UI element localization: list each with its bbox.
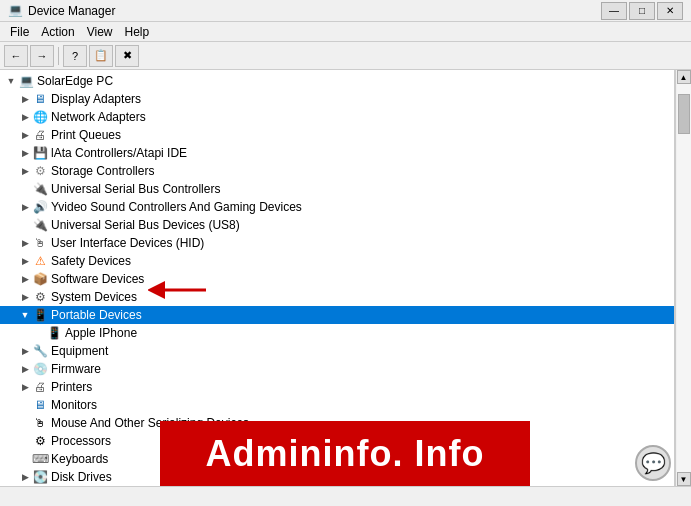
list-item[interactable]: ▶ ⚙ Storage Controllers <box>0 162 674 180</box>
computer-icon: 💻 <box>18 73 34 89</box>
status-bar <box>0 486 691 506</box>
network-icon: 🌐 <box>32 109 48 125</box>
scroll-thumb[interactable] <box>678 94 690 134</box>
list-item[interactable]: ▶ 🌐 Network Adapters <box>0 108 674 126</box>
vertical-scrollbar[interactable]: ▲ ▼ <box>675 70 691 486</box>
close-button[interactable]: ✕ <box>657 2 683 20</box>
printer-icon: 🖨 <box>32 127 48 143</box>
item-label: Processors <box>51 434 111 448</box>
expand-icon[interactable]: ▶ <box>18 200 32 214</box>
properties-button[interactable]: 📋 <box>89 45 113 67</box>
phone-icon: 📱 <box>46 325 62 341</box>
scroll-down-button[interactable]: ▼ <box>677 472 691 486</box>
scroll-up-button[interactable]: ▲ <box>677 70 691 84</box>
menu-view[interactable]: View <box>81 23 119 41</box>
list-item[interactable]: ▶ 🔊 Yvideo Sound Controllers And Gaming … <box>0 198 674 216</box>
remove-button[interactable]: ✖ <box>115 45 139 67</box>
portable-label: Portable Devices <box>51 308 142 322</box>
list-item[interactable]: ▶ 🔌 Universal Serial Bus Devices (US8) <box>0 216 674 234</box>
menu-help[interactable]: Help <box>119 23 156 41</box>
list-item[interactable]: ▶ 📦 Software Devices <box>0 270 674 288</box>
item-label: Software Devices <box>51 272 144 286</box>
item-label: Firmware <box>51 362 101 376</box>
sound-icon: 🔊 <box>32 199 48 215</box>
item-label: Print Queues <box>51 128 121 142</box>
item-label: Universal Serial Bus Devices (US8) <box>51 218 240 232</box>
item-label: Universal Serial Bus Controllers <box>51 182 220 196</box>
software-icon: 📦 <box>32 271 48 287</box>
item-label: Yvideo Sound Controllers And Gaming Devi… <box>51 200 302 214</box>
back-button[interactable]: ← <box>4 45 28 67</box>
portable-icon: 📱 <box>32 307 48 323</box>
item-label: Storage Controllers <box>51 164 154 178</box>
usb-icon: 🔌 <box>32 181 48 197</box>
root-expand[interactable]: ▼ <box>4 74 18 88</box>
expand-icon[interactable]: ▶ <box>18 470 32 484</box>
list-item[interactable]: ▶ 🔌 Universal Serial Bus Controllers <box>0 180 674 198</box>
item-label: Monitors <box>51 398 97 412</box>
window-controls: — □ ✕ <box>601 2 683 20</box>
keyboard-icon: ⌨ <box>32 451 48 467</box>
item-label: User Interface Devices (HID) <box>51 236 204 250</box>
list-item[interactable]: ▶ 🖥 Display Adapters <box>0 90 674 108</box>
item-label: Printers <box>51 380 92 394</box>
watermark-text: Admininfo. Info <box>206 433 485 475</box>
watermark-banner: Admininfo. Info <box>160 421 530 486</box>
item-label: Safety Devices <box>51 254 131 268</box>
expand-icon[interactable]: ▶ <box>18 236 32 250</box>
disk-icon: 💽 <box>32 469 48 485</box>
help-chat-button[interactable]: 💬 <box>635 445 671 481</box>
expand-icon[interactable]: ▶ <box>18 92 32 106</box>
root-label: SolarEdge PC <box>37 74 113 88</box>
item-label: System Devices <box>51 290 137 304</box>
safety-icon: ⚠ <box>32 253 48 269</box>
expand-icon[interactable]: ▶ <box>18 128 32 142</box>
equipment-icon: 🔧 <box>32 343 48 359</box>
expand-icon[interactable]: ▶ <box>18 146 32 160</box>
storage-icon: ⚙ <box>32 163 48 179</box>
item-label: Keyboards <box>51 452 108 466</box>
list-item[interactable]: ▶ ⚠ Safety Devices <box>0 252 674 270</box>
expand-icon[interactable]: ▶ <box>18 254 32 268</box>
expand-icon[interactable]: ▶ <box>18 290 32 304</box>
system-icon: ⚙ <box>32 289 48 305</box>
expand-icon[interactable]: ▶ <box>18 164 32 178</box>
list-item[interactable]: ▶ 🔧 Equipment <box>0 342 674 360</box>
usb-dev-icon: 🔌 <box>32 217 48 233</box>
item-label: Disk Drives <box>51 470 112 484</box>
firmware-icon: 💿 <box>32 361 48 377</box>
toolbar-separator <box>58 47 59 65</box>
expand-icon[interactable]: ▶ <box>18 344 32 358</box>
forward-button[interactable]: → <box>30 45 54 67</box>
title-bar: 💻 Device Manager — □ ✕ <box>0 0 691 22</box>
list-item[interactable]: ▶ 🖨 Print Queues <box>0 126 674 144</box>
list-item[interactable]: ▶ ⚙ System Devices <box>0 288 674 306</box>
item-label: Network Adapters <box>51 110 146 124</box>
list-item[interactable]: ▶ 📱 Apple IPhone <box>0 324 674 342</box>
printers-icon: 🖨 <box>32 379 48 395</box>
window-title: Device Manager <box>28 4 601 18</box>
tree-root[interactable]: ▼ 💻 SolarEdge PC <box>0 72 674 90</box>
portable-devices-item[interactable]: ▼ 📱 Portable Devices <box>0 306 674 324</box>
menu-action[interactable]: Action <box>35 23 80 41</box>
expand-icon[interactable]: ▼ <box>18 308 32 322</box>
menu-file[interactable]: File <box>4 23 35 41</box>
help-button[interactable]: ? <box>63 45 87 67</box>
list-item[interactable]: ▶ 🖱 User Interface Devices (HID) <box>0 234 674 252</box>
item-label: Apple IPhone <box>65 326 137 340</box>
expand-icon[interactable]: ▶ <box>18 362 32 376</box>
minimize-button[interactable]: — <box>601 2 627 20</box>
list-item[interactable]: ▶ 🖥 Monitors <box>0 396 674 414</box>
hid-icon: 🖱 <box>32 235 48 251</box>
scroll-track[interactable] <box>677 84 691 472</box>
menu-bar: File Action View Help <box>0 22 691 42</box>
toolbar: ← → ? 📋 ✖ <box>0 42 691 70</box>
list-item[interactable]: ▶ 🖨 Printers <box>0 378 674 396</box>
expand-icon[interactable]: ▶ <box>18 272 32 286</box>
maximize-button[interactable]: □ <box>629 2 655 20</box>
expand-icon[interactable]: ▶ <box>18 110 32 124</box>
expand-icon[interactable]: ▶ <box>18 380 32 394</box>
list-item[interactable]: ▶ 💾 lAta Controllers/Atapi IDE <box>0 144 674 162</box>
list-item[interactable]: ▶ 💿 Firmware <box>0 360 674 378</box>
item-label: lAta Controllers/Atapi IDE <box>51 146 187 160</box>
